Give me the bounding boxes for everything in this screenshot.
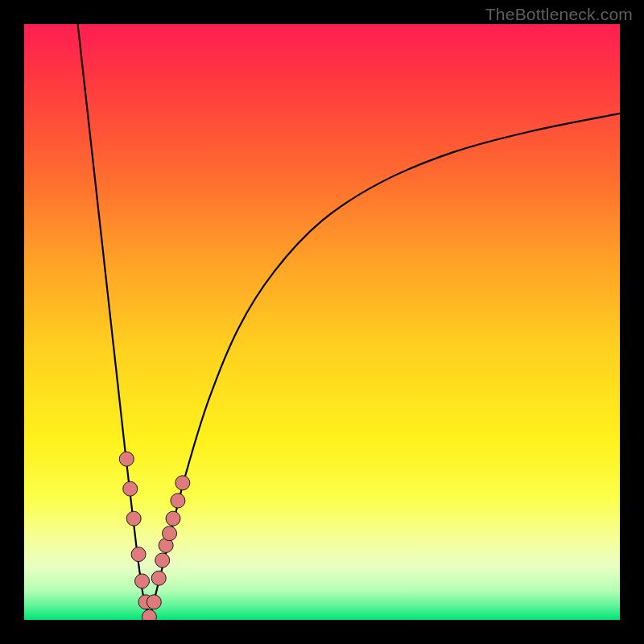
data-marker: [126, 511, 141, 526]
curve-right-branch: [149, 114, 620, 620]
data-marker: [163, 526, 177, 541]
data-marker: [123, 481, 138, 496]
watermark-text: TheBottleneck.com: [485, 5, 633, 24]
curve-left-branch: [78, 24, 150, 620]
data-marker: [119, 452, 134, 466]
data-marker: [142, 609, 156, 620]
data-marker: [147, 595, 161, 609]
data-marker: [155, 553, 170, 568]
data-marker: [171, 493, 185, 508]
data-marker: [131, 547, 146, 562]
data-marker: [151, 571, 166, 585]
chart-overlay: [24, 24, 620, 620]
plot-area: [24, 24, 620, 620]
data-marker: [175, 476, 190, 490]
marker-group: [119, 452, 190, 620]
data-marker: [166, 511, 180, 526]
data-marker: [135, 574, 150, 588]
chart-frame: TheBottleneck.com: [0, 0, 644, 644]
